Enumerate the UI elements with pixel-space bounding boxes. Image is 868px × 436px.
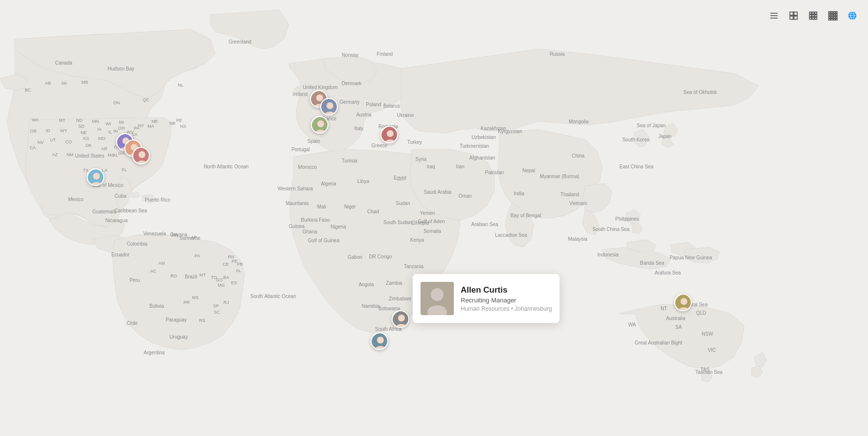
grid-view-4-button[interactable] (825, 8, 841, 23)
svg-rect-24 (836, 14, 838, 16)
card-title: Recruiting Manager (461, 297, 552, 304)
map-container: .land { fill: #e8e5e0; stroke: #d0ccc8; … (0, 0, 868, 436)
card-details: Allen Curtis Recruiting Manager Human Re… (461, 285, 552, 312)
svg-rect-20 (836, 12, 838, 13)
svg-rect-19 (834, 12, 835, 13)
svg-rect-29 (829, 19, 830, 21)
svg-point-63 (398, 315, 405, 321)
svg-rect-27 (834, 17, 835, 18)
list-view-button[interactable] (766, 8, 782, 23)
map-view-button[interactable] (845, 8, 860, 23)
svg-rect-16 (815, 17, 817, 19)
svg-rect-17 (829, 12, 830, 13)
svg-rect-4 (790, 12, 794, 16)
svg-point-57 (317, 120, 324, 127)
svg-rect-31 (834, 19, 835, 21)
avatar-pin[interactable] (392, 310, 409, 328)
card-dept: Human Resources • Johannesburg (461, 305, 552, 312)
grid-view-3-button[interactable] (805, 8, 821, 23)
svg-point-60 (387, 130, 394, 137)
svg-rect-8 (810, 12, 812, 14)
svg-rect-23 (834, 14, 835, 16)
svg-rect-7 (794, 16, 798, 20)
svg-rect-13 (815, 15, 817, 17)
avatar-pin[interactable] (674, 294, 692, 311)
svg-rect-6 (790, 16, 794, 20)
toolbar (766, 8, 860, 23)
svg-rect-22 (831, 14, 833, 16)
svg-point-66 (377, 337, 384, 344)
avatar-pin[interactable] (380, 126, 398, 143)
svg-rect-30 (831, 19, 833, 21)
svg-point-54 (327, 102, 333, 109)
avatar-pin[interactable] (320, 98, 338, 115)
avatar-pin[interactable] (132, 147, 150, 164)
svg-rect-18 (831, 12, 833, 13)
svg-point-72 (431, 288, 444, 301)
svg-point-45 (139, 151, 145, 158)
avatar-pin[interactable] (311, 116, 328, 134)
svg-rect-5 (794, 12, 798, 16)
svg-rect-32 (836, 19, 838, 21)
world-map: .land { fill: #e8e5e0; stroke: #d0ccc8; … (0, 0, 868, 436)
person-info-card[interactable]: Allen Curtis Recruiting Manager Human Re… (413, 274, 560, 323)
svg-rect-10 (815, 12, 817, 14)
avatar-pin[interactable] (87, 168, 104, 186)
svg-rect-21 (829, 14, 830, 16)
svg-rect-9 (812, 12, 814, 14)
svg-rect-15 (812, 17, 814, 19)
grid-view-2-button[interactable] (786, 8, 801, 23)
svg-rect-11 (810, 15, 812, 17)
svg-rect-25 (829, 17, 830, 18)
svg-rect-28 (836, 17, 838, 18)
svg-point-48 (93, 173, 100, 180)
card-avatar (421, 282, 454, 315)
svg-rect-12 (812, 15, 814, 17)
card-name: Allen Curtis (461, 285, 552, 295)
svg-rect-14 (810, 17, 812, 19)
svg-rect-26 (831, 17, 833, 18)
svg-point-69 (680, 298, 687, 305)
avatar-pin[interactable] (371, 332, 388, 350)
